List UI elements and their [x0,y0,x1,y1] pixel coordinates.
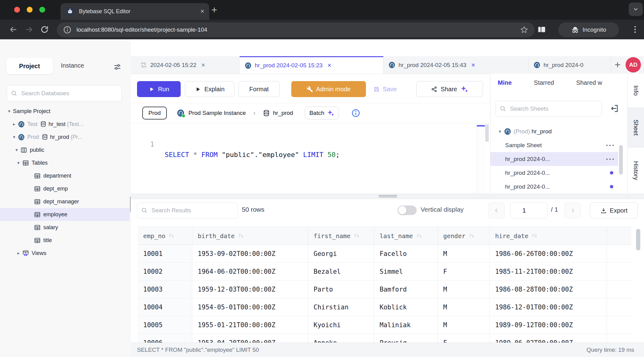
table-cell[interactable]: Preusig [374,334,438,343]
caret-down-icon[interactable]: ▾ [15,160,22,166]
window-close-button[interactable] [14,7,20,13]
table-cell[interactable]: Facello [374,245,438,263]
panel-resize-handle[interactable] [486,124,488,142]
prev-page-button[interactable] [489,202,505,218]
table-cell[interactable]: M [438,245,489,263]
tree-item-dept-emp[interactable]: dept_emp [0,182,130,195]
reload-icon[interactable] [40,25,49,34]
editor-sheet-tab[interactable]: hr_prod 2024-02-05 15:23 × [240,56,383,74]
table-cell[interactable]: M [438,316,489,334]
sql-code-editor[interactable]: 1 SELECT * FROM "public"."employee" LIMI… [131,123,490,194]
share-button[interactable]: Share [416,81,483,97]
explain-button[interactable]: Explain [185,81,234,97]
caret-down-icon[interactable]: ▾ [10,134,18,140]
tree-item-hr-prod[interactable]: ▾ Prod hr_prod (Pr... [0,131,130,143]
table-cell[interactable]: Koblick [374,298,438,316]
sheet-tab-starred[interactable]: Starred [534,79,554,91]
table-cell[interactable]: 1953-09-02T00:00:00Z [192,245,308,263]
table-cell[interactable]: Maliniak [374,316,438,334]
results-search[interactable] [137,202,238,218]
table-cell[interactable]: 1989-09-12T00:00:00Z [489,316,607,334]
table-cell[interactable]: 1964-06-02T00:00:00Z [192,263,308,280]
table-cell[interactable]: 1953-04-20T00:00:00Z [192,334,308,343]
table-cell[interactable]: M [438,298,489,316]
editor-sheet-tab[interactable]: hr_prod 2024-02-05 15:43 × [383,56,528,74]
caret-down-icon[interactable]: ▾ [13,147,20,153]
database-name[interactable]: hr_prod [273,110,293,116]
caret-right-icon[interactable]: ▸ [15,250,22,256]
next-page-button[interactable] [565,202,581,218]
sheet-scrollbar-thumb[interactable] [619,145,623,175]
export-button[interactable]: Export [590,202,638,218]
close-icon[interactable]: × [328,61,332,69]
tree-item-salary[interactable]: salary [0,221,130,234]
tree-item-tables[interactable]: ▾ Tables [0,156,130,169]
address-bar[interactable]: localhost:8080/sql-editor/sheet/project-… [57,22,535,37]
table-cell[interactable]: 10002 [138,263,192,280]
column-header-first-name[interactable]: first_name [308,227,374,245]
sheet-group-row[interactable]: ▾ (Prod) hr_prod [490,124,618,138]
table-cell[interactable]: 1985-11-21T00:00:00Z [489,263,607,280]
search-sheets-input[interactable] [509,105,598,112]
page-number-input[interactable] [510,202,548,218]
column-header-emp-no[interactable]: emp_no [138,227,192,245]
editor-sheet-tab[interactable]: 2024-02-05 15:22 × [135,56,240,74]
table-cell[interactable]: 10001 [138,245,192,263]
tree-item-dept-manager[interactable]: dept_manager [0,195,130,208]
table-row[interactable]: 100031959-12-03T00:00:00ZPartoBamfordM19… [138,280,631,298]
tab-instance[interactable]: Instance [61,62,84,69]
table-cell[interactable]: Chirstian [308,298,374,316]
forward-icon[interactable] [25,25,34,34]
search-results-input[interactable] [151,207,234,214]
sheet-item-hr-prod-2024-0[interactable]: hr_prod 2024-0... [490,180,618,194]
table-row[interactable]: 100051955-01-21T00:00:00ZKyoichiMaliniak… [138,316,631,334]
table-row[interactable]: 100021964-06-02T00:00:00ZBezalelSimmelF1… [138,263,631,280]
editor-sheet-tab[interactable]: hr_prod 2024-0 [528,56,611,74]
database-search[interactable] [7,85,122,101]
new-browser-tab-button[interactable]: + [211,4,217,16]
avatar[interactable]: AD [626,57,641,73]
side-panel-icon[interactable] [537,25,546,34]
site-info-icon[interactable] [63,26,72,34]
table-cell[interactable]: Bezalel [308,263,374,280]
tab-project[interactable]: Project [6,58,53,74]
info-icon[interactable] [351,108,360,118]
table-cell[interactable]: 1986-06-26T00:00:00Z [489,245,607,263]
more-options-icon[interactable]: ··· [606,155,615,163]
search-databases-input[interactable] [21,90,118,97]
table-cell[interactable]: 10005 [138,316,192,334]
close-icon[interactable]: × [201,61,205,69]
sheet-tab-shared-w[interactable]: Shared w [576,79,602,91]
tree-item-sample-project[interactable]: ▾Sample Project [0,105,130,118]
column-header-hire-date[interactable]: hire_date [489,227,607,245]
sheet-search[interactable] [496,101,602,117]
caret-down-icon[interactable]: ▾ [6,108,13,114]
divider-drag-handle[interactable] [379,195,397,197]
table-cell[interactable]: M [438,280,489,298]
tree-item-views[interactable]: ▸ Views [0,247,130,260]
table-cell[interactable]: 1959-12-03T00:00:00Z [192,280,308,298]
table-cell[interactable]: 1954-05-01T00:00:00Z [192,298,308,316]
sheet-item-sample-sheet[interactable]: Sample Sheet ··· [490,138,618,152]
browser-menu-icon[interactable] [630,25,640,34]
tab-close-icon[interactable]: × [200,8,204,15]
vertical-display-toggle[interactable] [398,206,417,215]
instance-name[interactable]: Prod Sample Instance [188,110,246,116]
table-cell[interactable]: F [438,263,489,280]
filter-settings-icon[interactable] [113,63,122,71]
table-cell[interactable]: 10006 [138,334,192,343]
table-cell[interactable]: 1955-01-21T00:00:00Z [192,316,308,334]
import-sheet-icon[interactable] [610,104,619,113]
window-minimize-button[interactable] [27,7,33,13]
table-cell[interactable]: 1986-08-28T00:00:00Z [489,280,607,298]
table-cell[interactable]: Georgi [308,245,374,263]
window-zoom-button[interactable] [39,7,45,13]
tree-item-title[interactable]: title [0,234,130,247]
sheet-item-hr-prod-2024-0[interactable]: hr_prod 2024-0... ··· [490,152,618,166]
browser-tab[interactable]: Bytebase SQL Editor × [61,3,209,20]
batch-button[interactable]: Batch [305,107,339,120]
column-header-birth-date[interactable]: birth_date [192,227,308,245]
side-tab-info[interactable]: Info [628,74,644,108]
tree-item-department[interactable]: department [0,169,130,182]
tree-item-public[interactable]: ▾ public [0,143,130,156]
